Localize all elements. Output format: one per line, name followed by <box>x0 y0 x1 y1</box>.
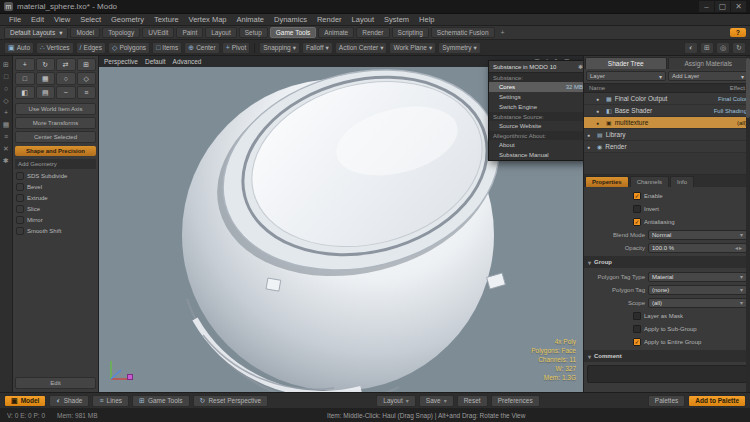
snapping-dropdown[interactable]: Snapping▾ <box>259 42 300 54</box>
layer-effect[interactable]: Full Shading <box>714 108 747 114</box>
tab-setup[interactable]: Setup <box>239 27 268 38</box>
grid-icon[interactable]: ⊞ <box>700 42 714 54</box>
preferences-button[interactable]: Preferences <box>491 395 540 407</box>
tool-bevel[interactable]: Bevel <box>13 181 98 192</box>
mode-pivot-button[interactable]: +Pivot <box>222 42 251 54</box>
menu-render[interactable]: Render <box>312 15 347 24</box>
rail-sphere-icon[interactable]: ○ <box>4 85 8 92</box>
cube-primitive-icon[interactable]: □ <box>15 72 35 85</box>
menu-layout[interactable]: Layout <box>347 15 380 24</box>
tree-row-library[interactable]: ● ▤ Library <box>584 129 750 141</box>
antialiasing-checkbox[interactable]: ✓ <box>633 218 641 226</box>
add-layer-dropdown[interactable]: Add Layer▾ <box>668 71 748 81</box>
tab-game-tools[interactable]: Game Tools <box>270 27 317 38</box>
section-group[interactable]: ▾ Group <box>584 256 750 268</box>
curve-tool-icon[interactable]: ~ <box>56 86 76 99</box>
visibility-icon[interactable]: ● <box>587 132 594 138</box>
rail-cube-icon[interactable]: □ <box>4 73 8 80</box>
model-mode-button[interactable]: ▣Model <box>4 395 46 407</box>
visibility-icon[interactable]: ● <box>587 144 594 150</box>
tab-model[interactable]: Model <box>70 27 100 38</box>
mode-center-button[interactable]: ⊕Center <box>184 42 219 54</box>
tree-row-multitexture[interactable]: ● ▣ multitexture (all) <box>584 117 750 129</box>
rail-add-icon[interactable]: + <box>4 109 8 116</box>
menu-select[interactable]: Select <box>75 15 106 24</box>
rail-mesh-icon[interactable]: ▦ <box>3 121 10 128</box>
transform-tool-icon[interactable]: ⊞ <box>77 58 97 71</box>
rail-poly-icon[interactable]: ◇ <box>3 97 8 104</box>
blend-mode-select[interactable]: Normal▾ <box>648 230 747 240</box>
tab-uvedit[interactable]: UVEdit <box>142 27 174 38</box>
menu-item-switch-engine[interactable]: Switch Engine <box>489 102 583 112</box>
tool-sds-subdivide[interactable]: SDS Subdivide <box>13 170 98 181</box>
rail-delete-icon[interactable]: ✕ <box>3 145 9 152</box>
polygon-tool-icon[interactable]: ◇ <box>77 72 97 85</box>
menu-edit[interactable]: Edit <box>26 15 49 24</box>
slice-tool-icon[interactable]: ◧ <box>15 86 35 99</box>
tab-properties[interactable]: Properties <box>585 176 629 187</box>
target-icon[interactable]: ◎ <box>716 42 730 54</box>
3d-viewport[interactable]: Perspective Default Advanced ◐ ⊞ ◎ ↻ ⊡ ≡ <box>99 56 583 392</box>
layer-dropdown[interactable]: Layer▾ <box>586 71 666 81</box>
viewport-style-dropdown[interactable]: Default <box>145 58 166 65</box>
tool-slice[interactable]: Slice <box>13 203 98 214</box>
tree-row-render[interactable]: ● ◉ Render <box>584 141 750 153</box>
tab-scripting[interactable]: Scripting <box>392 27 429 38</box>
close-button[interactable]: ✕ <box>731 1 746 12</box>
more-transforms-button[interactable]: More Transforms <box>15 117 96 129</box>
lines-mode-button[interactable]: ≡Lines <box>92 395 129 407</box>
tool-mirror[interactable]: Mirror <box>13 214 98 225</box>
rail-list-icon[interactable]: ≡ <box>4 133 8 140</box>
minimize-button[interactable]: – <box>699 1 714 12</box>
visibility-icon[interactable]: ● <box>596 96 603 102</box>
symmetry-dropdown[interactable]: Symmetry▾ <box>438 42 481 54</box>
apply-sub-group-checkbox[interactable]: ✓ <box>633 325 641 333</box>
tab-channels[interactable]: Channels <box>630 176 669 187</box>
menu-geometry[interactable]: Geometry <box>106 15 149 24</box>
rotate-tool-icon[interactable]: ↻ <box>36 58 56 71</box>
tab-paint[interactable]: Paint <box>176 27 203 38</box>
menu-system[interactable]: System <box>379 15 414 24</box>
tab-assign-materials[interactable]: Assign Materials <box>668 57 750 69</box>
section-shape-and-precision[interactable]: Shape and Precision <box>15 146 96 156</box>
shade-mode-button[interactable]: ◐Shade <box>49 395 89 407</box>
menu-item-about[interactable]: About <box>489 140 583 150</box>
mesh-primitive-icon[interactable]: ▦ <box>36 72 56 85</box>
menu-dynamics[interactable]: Dynamics <box>269 15 312 24</box>
menu-animate[interactable]: Animate <box>232 15 270 24</box>
palettes-button[interactable]: Palettes <box>648 395 686 407</box>
apply-entire-group-checkbox[interactable]: ✓ <box>633 338 641 346</box>
invert-checkbox[interactable]: ✓ <box>633 205 641 213</box>
tab-topology[interactable]: Topology <box>102 27 140 38</box>
add-layout-tab-button[interactable]: + <box>497 28 509 37</box>
viewport-type-dropdown[interactable]: Perspective <box>104 58 138 65</box>
menu-help[interactable]: Help <box>414 15 439 24</box>
game-tools-button[interactable]: ⊞Game Tools <box>132 395 189 407</box>
scrollbar-thumb[interactable] <box>746 58 750 118</box>
save-menu-button[interactable]: Save▾ <box>419 395 454 407</box>
refresh-icon[interactable]: ↻ <box>732 42 746 54</box>
action-center-dropdown[interactable]: Action Center▾ <box>335 42 388 54</box>
mode-edges-button[interactable]: /Edges <box>76 42 106 54</box>
rail-grid-icon[interactable]: ⊞ <box>3 61 9 68</box>
tab-animate[interactable]: Animate <box>318 27 354 38</box>
rail-settings-icon[interactable]: ✱ <box>3 157 9 164</box>
menu-item-source-website[interactable]: Source Website <box>489 121 583 131</box>
layer-effect[interactable]: Final Color <box>718 96 747 102</box>
add-to-palette-button[interactable]: Add to Palette <box>688 395 746 407</box>
gear-icon[interactable]: ✱ <box>578 63 583 70</box>
work-plane-dropdown[interactable]: Work Plane▾ <box>389 42 436 54</box>
tree-row-base-shader[interactable]: ● ◧ Base Shader Full Shading <box>584 105 750 117</box>
mode-items-button[interactable]: □Items <box>152 42 182 54</box>
scope-select[interactable]: (all)▾ <box>648 298 747 308</box>
layout-menu-button[interactable]: Layout▾ <box>376 395 416 407</box>
tool-smooth-shift[interactable]: Smooth Shift <box>13 225 98 236</box>
reset-perspective-button[interactable]: ↻Reset Perspective <box>193 395 269 407</box>
layer-as-mask-checkbox[interactable]: ✓ <box>633 312 641 320</box>
mode-vertices-button[interactable]: ∴Vertices <box>36 42 74 54</box>
section-comment[interactable]: ▾ Comment <box>584 350 750 362</box>
enable-checkbox[interactable]: ✓ <box>633 192 641 200</box>
mode-polygons-button[interactable]: ◇Polygons <box>108 42 150 54</box>
polygon-tag-select[interactable]: (none)▾ <box>648 285 747 295</box>
shading-icon[interactable]: ◐ <box>684 42 698 54</box>
